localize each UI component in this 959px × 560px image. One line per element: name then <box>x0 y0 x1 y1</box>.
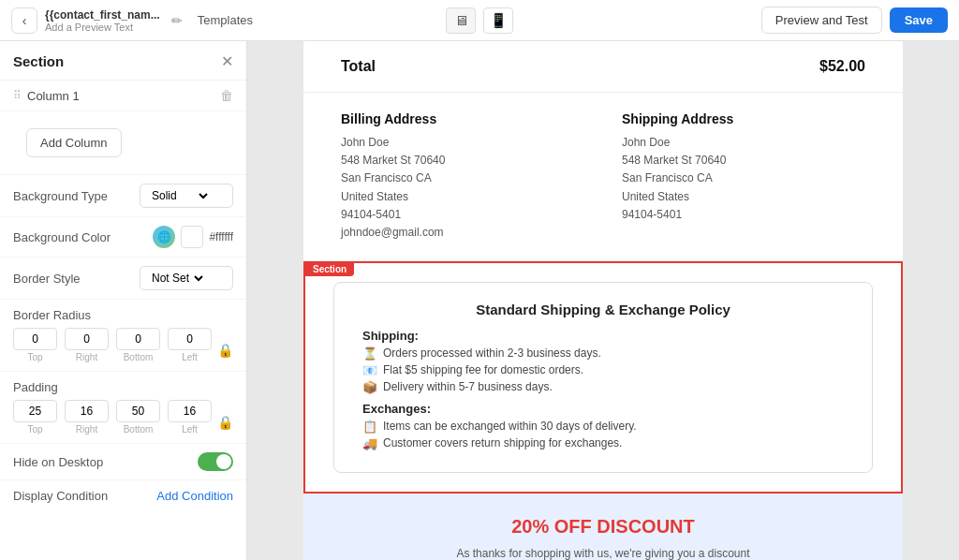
lock-icon[interactable]: 🔒 <box>217 343 233 358</box>
shipping-street: 548 Market St 70640 <box>622 152 865 169</box>
radius-top-label: Top <box>27 352 42 362</box>
border-radius-label: Border Radius <box>13 308 233 322</box>
column1-label: Column 1 <box>27 89 80 103</box>
bg-type-dropdown[interactable]: Solid Gradient None <box>148 188 211 203</box>
toggle-knob <box>216 454 231 469</box>
border-style-dropdown[interactable]: Not Set Solid Dashed Dotted <box>148 271 206 286</box>
padding-header: Padding <box>13 380 233 394</box>
padding-label: Padding <box>13 380 58 394</box>
top-bar-right: Preview and Test Save <box>521 7 948 34</box>
preview-button[interactable]: Preview and Test <box>761 7 882 34</box>
top-bar-left: ‹ {{contact_first_nam... Add a Preview T… <box>11 7 438 34</box>
shipping-zip: 94104-5401 <box>622 206 865 224</box>
column-label: ⠿ Column 1 <box>13 89 80 103</box>
hide-desktop-label: Hide on Desktop <box>13 455 103 469</box>
total-price: $52.00 <box>819 58 865 75</box>
radius-inputs: Top Right Bottom Left <box>13 328 212 362</box>
trash-icon[interactable]: 🗑 <box>220 88 233 103</box>
padding-bottom-input[interactable] <box>116 400 160 422</box>
email-canvas: Total $52.00 Billing Address John Doe 54… <box>247 41 959 560</box>
total-section: Total $52.00 <box>303 41 903 93</box>
mobile-view-button[interactable]: 📱 <box>483 7 513 34</box>
mobile-icon: 📱 <box>490 12 508 29</box>
policy-line-2-text: Flat $5 shipping fee for domestic orders… <box>383 363 583 376</box>
padding-left-input[interactable] <box>168 400 212 422</box>
calendar-icon: 📋 <box>362 420 377 434</box>
color-swatch[interactable] <box>181 226 203 248</box>
policy-line-3-text: Delivery within 5-7 business days. <box>383 380 553 393</box>
contact-info: {{contact_first_nam... Add a Preview Tex… <box>45 8 160 33</box>
policy-box: Standard Shipping & Exchange Policy Ship… <box>333 282 873 473</box>
main-layout: Section ✕ ⠿ Column 1 🗑 Add Column Backgr… <box>0 41 959 560</box>
radius-bottom-label: Bottom <box>124 352 154 362</box>
bg-type-label: Background Type <box>13 189 108 203</box>
add-column-container: Add Column <box>0 111 246 175</box>
policy-line-5-text: Customer covers return shipping for exch… <box>383 436 622 449</box>
edit-icon[interactable]: ✏ <box>171 13 183 28</box>
padding-top-group: Top <box>13 400 57 435</box>
padding-top-input[interactable] <box>13 400 57 422</box>
display-condition-label: Display Condition <box>13 489 108 503</box>
device-switcher: 🖥 📱 <box>446 7 513 34</box>
billing-country: United States <box>341 188 584 206</box>
radius-left-label: Left <box>182 352 198 362</box>
close-icon[interactable]: ✕ <box>221 52 233 70</box>
padding-top-label: Top <box>27 424 42 435</box>
policy-line-2: 📧 Flat $5 shipping fee for domestic orde… <box>362 363 844 377</box>
billing-title: Billing Address <box>341 111 584 126</box>
shipping-city: San Francisco CA <box>622 169 865 187</box>
billing-email: johndoe@gmail.com <box>341 224 584 242</box>
shipping-name: John Doe <box>622 134 865 152</box>
padding-lock-icon[interactable]: 🔒 <box>217 415 233 430</box>
color-globe-icon[interactable]: 🌐 <box>153 226 175 248</box>
email-icon: 📧 <box>362 363 377 377</box>
bg-type-select[interactable]: Solid Gradient None <box>140 184 233 208</box>
shipping-country: United States <box>622 188 865 206</box>
radius-bottom-input[interactable] <box>116 328 160 350</box>
border-style-label: Border Style <box>13 272 81 286</box>
shipping-title: Shipping Address <box>622 111 865 126</box>
selected-section[interactable]: Section Standard Shipping & Exchange Pol… <box>303 261 903 494</box>
discount-sub: As thanks for shopping with us, we're gi… <box>444 545 762 560</box>
radius-right-input[interactable] <box>65 328 109 350</box>
desktop-view-button[interactable]: 🖥 <box>446 7 476 34</box>
radius-top-input[interactable] <box>13 328 57 350</box>
address-section: Billing Address John Doe 548 Market St 7… <box>303 93 903 261</box>
save-button[interactable]: Save <box>890 7 948 33</box>
radius-bottom-group: Bottom <box>116 328 160 362</box>
color-hex-value: #ffffff <box>209 230 233 243</box>
policy-shipping-label: Shipping: <box>362 329 844 343</box>
padding-left-group: Left <box>168 400 212 435</box>
truck-icon: 🚚 <box>362 436 377 450</box>
policy-exchange-label: Exchanges: <box>362 402 844 416</box>
templates-button[interactable]: Templates <box>190 9 260 31</box>
radius-left-input[interactable] <box>168 328 212 350</box>
billing-address: Billing Address John Doe 548 Market St 7… <box>341 111 584 242</box>
billing-city: San Francisco CA <box>341 169 584 187</box>
padding-right-input[interactable] <box>65 400 109 422</box>
shipping-address: Shipping Address John Doe 548 Market St … <box>622 111 865 242</box>
border-style-row: Border Style Not Set Solid Dashed Dotted <box>0 258 246 300</box>
back-button[interactable]: ‹ <box>11 7 37 34</box>
display-condition-row: Display Condition Add Condition <box>0 480 246 511</box>
padding-right-group: Right <box>65 400 109 435</box>
column-row: ⠿ Column 1 🗑 <box>0 81 246 111</box>
panel-header: Section ✕ <box>0 41 246 81</box>
desktop-icon: 🖥 <box>454 12 468 28</box>
policy-line-4-text: Items can be exchanged within 30 days of… <box>383 420 637 433</box>
padding-row: Padding Top Right Bottom <box>0 372 246 444</box>
add-column-button[interactable]: Add Column <box>26 128 122 157</box>
hide-desktop-row: Hide on Desktop <box>0 444 246 480</box>
policy-title: Standard Shipping & Exchange Policy <box>362 302 844 317</box>
border-style-select[interactable]: Not Set Solid Dashed Dotted <box>140 266 233 290</box>
hide-desktop-toggle[interactable] <box>198 452 233 471</box>
border-radius-row: Border Radius Top Right Bottom <box>0 300 246 372</box>
bg-color-row: Background Color 🌐 #ffffff <box>0 217 246 258</box>
policy-line-1-text: Orders processed within 2-3 business day… <box>383 346 601 360</box>
padding-bottom-label: Bottom <box>124 424 154 435</box>
section-badge: Section <box>305 262 354 276</box>
policy-line-3: 📦 Delivery within 5-7 business days. <box>362 380 844 394</box>
bg-type-row: Background Type Solid Gradient None <box>0 175 246 217</box>
discount-section: 20% OFF DISCOUNT As thanks for shopping … <box>303 494 903 560</box>
add-condition-button[interactable]: Add Condition <box>156 489 233 503</box>
